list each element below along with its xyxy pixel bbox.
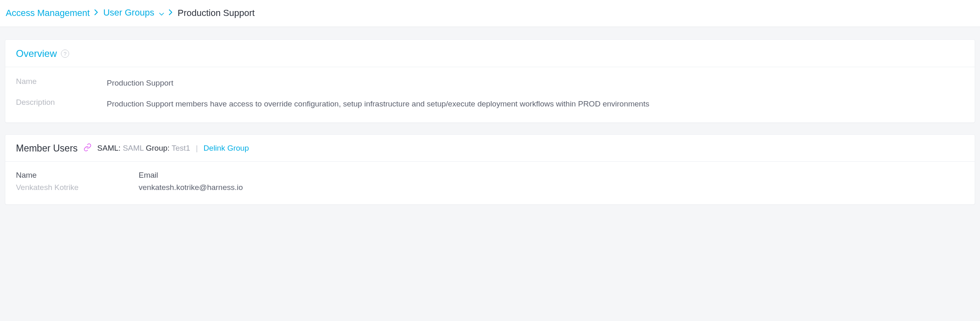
member-name: Venkatesh Kotrike [16, 183, 139, 192]
group-value: Test1 [171, 144, 190, 152]
member-email: venkatesh.kotrike@harness.io [139, 183, 964, 192]
member-users-body: Name Email Venkatesh Kotrike venkatesh.k… [5, 162, 975, 204]
field-name-value: Production Support [107, 77, 186, 89]
field-name: Name Production Support [16, 77, 964, 89]
field-description-label: Description [16, 98, 107, 110]
field-description: Description Production Support members h… [16, 98, 964, 110]
link-icon [83, 143, 92, 154]
help-icon[interactable]: ? [61, 50, 69, 58]
breadcrumb-access-management[interactable]: Access Management [6, 8, 90, 18]
saml-info: SAML: SAML Group: Test1 [97, 144, 190, 153]
saml-label: SAML: [97, 144, 121, 152]
breadcrumb-current: Production Support [178, 8, 254, 18]
member-table-header: Name Email [16, 171, 964, 180]
breadcrumb-user-groups-label: User Groups [103, 7, 154, 18]
column-header-email: Email [139, 171, 964, 180]
page-body: Overview ? Name Production Support Descr… [0, 27, 980, 224]
breadcrumb: Access Management User Groups Production… [0, 0, 980, 27]
caret-down-icon [159, 8, 164, 18]
table-row: Venkatesh Kotrike venkatesh.kotrike@harn… [16, 183, 964, 192]
overview-card: Overview ? Name Production Support Descr… [5, 39, 975, 123]
group-label: Group: [146, 144, 169, 152]
saml-value: SAML [123, 144, 144, 152]
field-description-value: Production Support members have access t… [107, 98, 661, 110]
member-users-header: Member Users SAML: SAML Group: Test1 | D… [5, 135, 975, 162]
member-users-card: Member Users SAML: SAML Group: Test1 | D… [5, 134, 975, 205]
chevron-right-icon [169, 9, 173, 17]
overview-body: Name Production Support Description Prod… [5, 67, 975, 122]
overview-title[interactable]: Overview [16, 48, 57, 59]
breadcrumb-user-groups[interactable]: User Groups [103, 7, 164, 18]
chevron-right-icon [94, 9, 98, 17]
delink-group-button[interactable]: Delink Group [204, 144, 249, 153]
overview-header: Overview ? [5, 40, 975, 67]
field-name-label: Name [16, 77, 107, 89]
column-header-name: Name [16, 171, 139, 180]
member-users-title: Member Users [16, 143, 78, 154]
separator: | [196, 144, 198, 153]
